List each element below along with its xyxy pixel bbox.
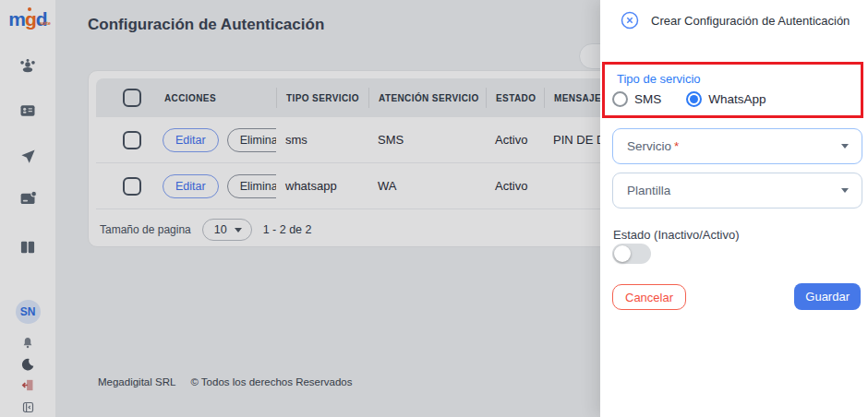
create-config-drawer: Crear Configuración de Autenticación Tip… (600, 0, 868, 417)
save-button[interactable]: Guardar (794, 283, 861, 310)
radio-whatsapp[interactable] (686, 91, 702, 107)
servicio-select-label: Servicio (627, 139, 671, 153)
radio-sms[interactable] (612, 91, 628, 107)
chevron-down-icon (841, 188, 849, 193)
plantilla-select[interactable]: Plantilla (612, 173, 862, 208)
cancel-button[interactable]: Cancelar (612, 284, 686, 310)
service-type-radio-group: SMS WhatsApp (612, 91, 766, 107)
servicio-select[interactable]: Servicio * (612, 128, 862, 164)
drawer-header: Crear Configuración de Autenticación (600, 0, 868, 30)
estado-toggle[interactable] (612, 244, 651, 264)
toggle-knob (614, 245, 631, 262)
chevron-down-icon (841, 144, 849, 149)
close-icon[interactable] (621, 11, 639, 30)
radio-whatsapp-label: WhatsApp (708, 92, 766, 106)
service-type-label: Tipo de servicio (617, 72, 701, 86)
radio-sms-label: SMS (634, 92, 661, 106)
drawer-title: Crear Configuración de Autenticación (651, 14, 850, 28)
app-window: mgd suite (0, 0, 868, 417)
plantilla-select-label: Plantilla (627, 184, 670, 197)
estado-toggle-label: Estado (Inactivo/Activo) (613, 228, 740, 242)
required-asterisk: * (674, 139, 679, 153)
